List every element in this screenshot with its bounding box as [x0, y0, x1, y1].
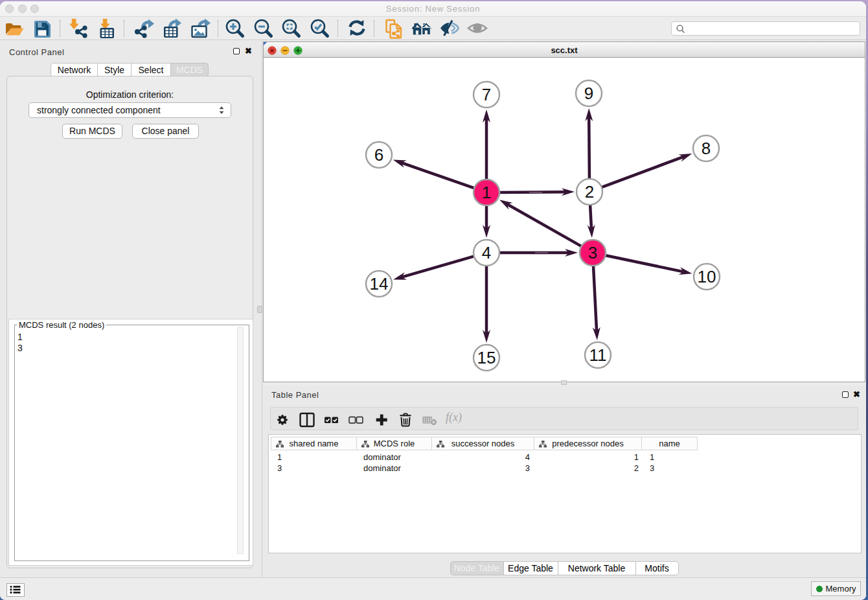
svg-text:6: 6 — [374, 145, 383, 165]
svg-text:4: 4 — [482, 243, 491, 262]
svg-text:3: 3 — [588, 243, 597, 262]
svg-text:2: 2 — [585, 182, 594, 202]
svg-text:1: 1 — [482, 183, 491, 202]
svg-text:7: 7 — [482, 85, 491, 104]
svg-text:10: 10 — [698, 267, 716, 286]
svg-text:11: 11 — [589, 345, 607, 365]
svg-text:14: 14 — [370, 274, 389, 294]
svg-text:9: 9 — [584, 84, 593, 103]
svg-text:8: 8 — [702, 139, 711, 158]
svg-text:15: 15 — [477, 348, 496, 367]
